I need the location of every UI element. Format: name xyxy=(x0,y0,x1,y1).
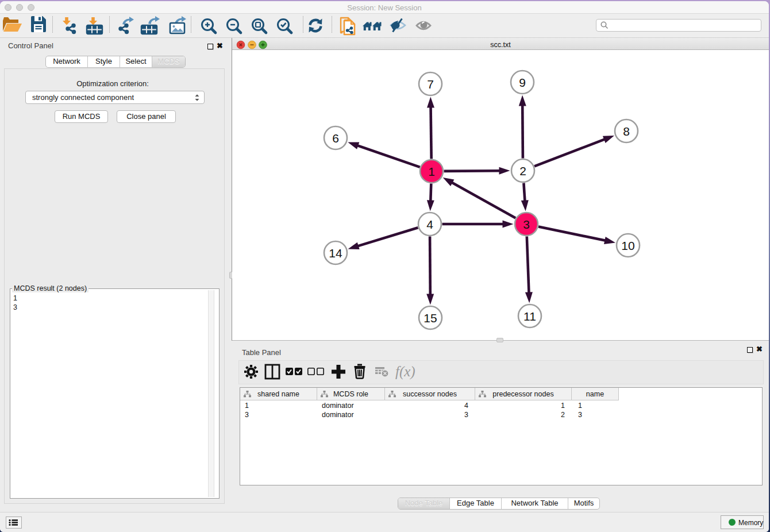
svg-text:8: 8 xyxy=(623,125,630,138)
svg-text:10: 10 xyxy=(621,239,634,252)
svg-text:1: 1 xyxy=(428,165,435,178)
svg-text:3: 3 xyxy=(523,218,530,231)
svg-text:f(x): f(x) xyxy=(395,364,415,380)
svg-text:15: 15 xyxy=(424,311,437,325)
svg-text:11: 11 xyxy=(523,310,536,323)
svg-text:6: 6 xyxy=(332,132,339,145)
svg-text:14: 14 xyxy=(329,246,342,260)
svg-text:4: 4 xyxy=(426,218,433,231)
svg-text:7: 7 xyxy=(427,78,434,91)
svg-text:2: 2 xyxy=(519,164,526,178)
svg-text:9: 9 xyxy=(519,76,526,89)
